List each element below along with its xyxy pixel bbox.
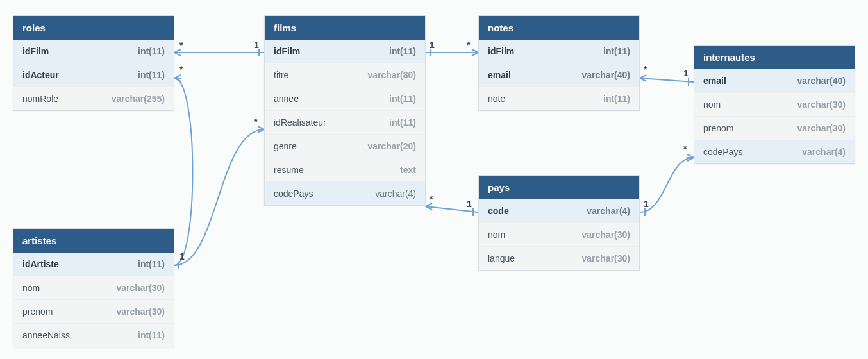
attr-name: prenom	[703, 123, 733, 133]
attr-name: prenom	[22, 306, 53, 317]
attr-films-titre: titre varchar(80)	[265, 63, 425, 87]
attr-name: langue	[488, 253, 515, 263]
attr-type: int(11)	[138, 70, 165, 80]
attr-type: text	[400, 165, 416, 175]
attr-name: nom	[703, 99, 721, 110]
attr-pays-nom: nom varchar(30)	[479, 222, 639, 246]
attr-type: varchar(4)	[587, 206, 630, 216]
entity-artistes[interactable]: artistes idArtiste int(11) nom varchar(3…	[13, 228, 174, 347]
attr-name: resume	[274, 165, 304, 175]
attr-type: varchar(30)	[117, 306, 165, 317]
attr-name: idFilm	[22, 46, 49, 56]
rel-roles-artistes	[174, 78, 193, 265]
entity-notes-header: notes	[479, 16, 639, 40]
entity-roles-header: roles	[13, 16, 174, 40]
attr-name: idArtiste	[22, 259, 59, 269]
attr-name: nomRole	[22, 94, 58, 104]
attr-type: varchar(80)	[368, 70, 417, 80]
entity-pays[interactable]: pays code varchar(4) nom varchar(30) lan…	[478, 175, 640, 271]
rel-films-pays	[426, 206, 478, 212]
attr-name: idActeur	[22, 70, 59, 80]
attr-name: codePays	[274, 188, 313, 199]
erd-canvas: { "entities": { "roles": { "title": "rol…	[0, 0, 868, 359]
attr-films-idFilm: idFilm int(11)	[265, 40, 425, 63]
attr-notes-idFilm: idFilm int(11)	[479, 40, 639, 63]
attr-type: varchar(4)	[375, 188, 416, 199]
card-films-idFilm-one-l: 1	[254, 40, 259, 50]
attr-name: email	[703, 76, 726, 86]
attr-name: titre	[274, 70, 288, 80]
attr-internautes-email: email varchar(40)	[694, 69, 855, 92]
attr-type: varchar(4)	[802, 147, 846, 157]
attr-type: int(11)	[138, 330, 165, 340]
attr-type: varchar(30)	[797, 99, 846, 110]
attr-roles-idActeur: idActeur int(11)	[13, 63, 174, 87]
attr-internautes-codePays: codePays varchar(4)	[694, 140, 855, 163]
attr-pays-code: code varchar(4)	[479, 199, 639, 222]
card-internautes-codePays-many: *	[683, 144, 687, 154]
attr-pays-langue: langue varchar(30)	[479, 246, 639, 270]
attr-type: varchar(255)	[112, 94, 165, 104]
attr-films-codePays: codePays varchar(4)	[265, 181, 425, 205]
card-pays-code-one-r: 1	[644, 199, 649, 209]
attr-films-genre: genre varchar(20)	[265, 134, 425, 158]
attr-type: varchar(30)	[582, 253, 631, 263]
entity-internautes[interactable]: internautes email varchar(40) nom varcha…	[694, 45, 855, 164]
attr-type: varchar(30)	[582, 230, 631, 240]
attr-type: int(11)	[603, 94, 630, 104]
attr-name: annee	[274, 94, 299, 104]
attr-roles-nomRole: nomRole varchar(255)	[13, 87, 174, 110]
attr-type: int(11)	[389, 94, 416, 104]
attr-type: int(11)	[389, 117, 416, 128]
attr-roles-idFilm: idFilm int(11)	[13, 40, 174, 63]
attr-type: varchar(30)	[117, 283, 165, 293]
entity-artistes-header: artistes	[13, 229, 174, 253]
entity-roles[interactable]: roles idFilm int(11) idActeur int(11) no…	[13, 15, 174, 111]
attr-name: idFilm	[488, 46, 514, 56]
attr-films-resume: resume text	[265, 158, 425, 181]
card-notes-email-many: *	[644, 64, 647, 74]
attr-name: code	[488, 206, 509, 216]
attr-artistes-idArtiste: idArtiste int(11)	[13, 253, 174, 276]
attr-name: idFilm	[274, 46, 300, 56]
rel-films-artistes	[174, 129, 264, 265]
entity-pays-header: pays	[479, 176, 639, 199]
rel-internautes-pays	[640, 158, 694, 212]
card-roles-idFilm-many: *	[179, 40, 183, 50]
attr-type: int(11)	[138, 259, 165, 269]
attr-artistes-prenom: prenom varchar(30)	[13, 299, 174, 323]
attr-notes-note: note int(11)	[479, 87, 639, 110]
entity-films[interactable]: films idFilm int(11) titre varchar(80) a…	[264, 15, 426, 206]
attr-name: nom	[488, 230, 505, 240]
entity-notes[interactable]: notes idFilm int(11) email varchar(40) n…	[478, 15, 640, 111]
card-artistes-id-one: 1	[179, 251, 185, 262]
attr-artistes-nom: nom varchar(30)	[13, 276, 174, 299]
attr-type: varchar(20)	[368, 141, 417, 151]
attr-internautes-prenom: prenom varchar(30)	[694, 116, 855, 140]
attr-name: genre	[274, 141, 297, 151]
attr-name: codePays	[703, 147, 742, 157]
attr-films-idRealisateur: idRealisateur int(11)	[265, 110, 425, 134]
attr-notes-email: email varchar(40)	[479, 63, 639, 87]
attr-artistes-anneeNaiss: anneeNaiss int(11)	[13, 323, 174, 347]
card-pays-code-one-l: 1	[467, 199, 472, 209]
attr-name: note	[488, 94, 505, 104]
attr-films-annee: annee int(11)	[265, 87, 425, 110]
attr-type: varchar(40)	[797, 76, 846, 86]
attr-name: anneeNaiss	[22, 330, 70, 340]
attr-type: varchar(40)	[582, 70, 631, 80]
entity-films-header: films	[265, 16, 425, 40]
card-films-idFilm-one-r: 1	[430, 40, 435, 50]
card-internautes-email-one: 1	[683, 68, 689, 78]
attr-name: nom	[22, 283, 40, 293]
card-notes-idFilm-many: *	[467, 40, 470, 50]
attr-type: int(11)	[603, 46, 630, 56]
entity-internautes-header: internautes	[694, 46, 855, 69]
attr-type: int(11)	[389, 46, 416, 56]
attr-internautes-nom: nom varchar(30)	[694, 92, 855, 116]
card-films-idReal-many: *	[254, 117, 257, 127]
card-roles-idActeur-many: *	[179, 64, 183, 74]
rel-notes-internautes	[640, 78, 694, 82]
card-films-codePays-many: *	[430, 194, 433, 204]
attr-type: int(11)	[138, 46, 165, 56]
